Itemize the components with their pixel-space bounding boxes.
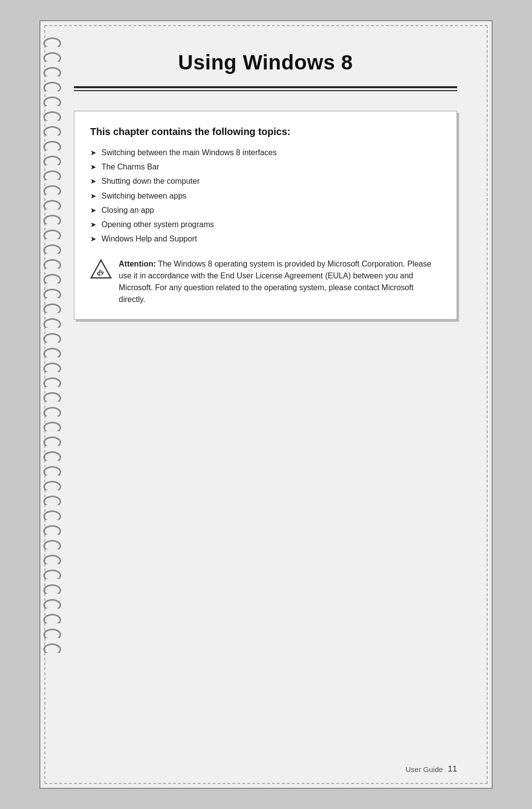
footer-page-number: 11 bbox=[448, 764, 457, 774]
spiral-coil bbox=[43, 97, 61, 108]
spiral-coil bbox=[43, 614, 61, 626]
spiral-coil bbox=[43, 141, 61, 153]
spiral-binding bbox=[40, 21, 64, 788]
attention-text: Attention: The Windows 8 operating syste… bbox=[119, 258, 441, 305]
spiral-coil bbox=[43, 540, 61, 552]
list-arrow-icon: ➤ bbox=[90, 162, 97, 172]
attention-label: Attention: bbox=[119, 260, 156, 268]
spiral-coil bbox=[43, 170, 61, 182]
topics-list-item: ➤Closing an app bbox=[90, 204, 441, 216]
list-arrow-icon: ➤ bbox=[90, 191, 97, 202]
list-arrow-icon: ➤ bbox=[90, 205, 97, 216]
page-outer: Using Windows 8 This chapter contains th… bbox=[39, 20, 493, 789]
topics-list-item-text: The Charms Bar bbox=[101, 161, 159, 172]
topics-list-item-text: Shutting down the computer bbox=[101, 175, 200, 187]
list-arrow-icon: ➤ bbox=[90, 219, 97, 230]
title-rule-bottom bbox=[74, 90, 457, 91]
spiral-coil bbox=[43, 333, 61, 345]
topics-list-item-text: Switching between the main Windows 8 int… bbox=[101, 147, 277, 158]
spiral-coil bbox=[43, 422, 61, 434]
list-arrow-icon: ➤ bbox=[90, 147, 97, 158]
topics-list-item: ➤Switching between apps bbox=[90, 190, 441, 202]
title-rule-top bbox=[74, 86, 457, 88]
topics-list-item: ➤The Charms Bar bbox=[90, 161, 441, 172]
spiral-coil bbox=[43, 348, 61, 360]
topics-list-item: ➤Shutting down the computer bbox=[90, 175, 441, 187]
topics-list-item: ➤Windows Help and Support bbox=[90, 233, 441, 244]
spiral-coil bbox=[43, 274, 61, 286]
spiral-coil bbox=[43, 525, 61, 537]
topics-list-item: ➤Opening other system programs bbox=[90, 219, 441, 230]
attention-block: ☼ ∿ 𝞻 Attention: The Windows 8 operating… bbox=[90, 258, 441, 305]
spiral-coil bbox=[43, 510, 61, 522]
spiral-coil bbox=[43, 318, 61, 330]
attention-icon: ☼ ∿ 𝞻 bbox=[90, 258, 112, 280]
spiral-coil bbox=[43, 377, 61, 389]
spiral-coil bbox=[43, 289, 61, 301]
footer-label: User Guide bbox=[405, 765, 443, 774]
spiral-coil bbox=[43, 437, 61, 448]
spiral-coil bbox=[43, 37, 61, 49]
topics-card: This chapter contains the following topi… bbox=[74, 111, 457, 320]
attention-body-text: The Windows 8 operating system is provid… bbox=[119, 260, 432, 303]
spiral-coil bbox=[43, 392, 61, 404]
page-footer: User Guide 11 bbox=[405, 764, 457, 774]
spiral-coil bbox=[43, 643, 61, 655]
svg-text:𝞻: 𝞻 bbox=[97, 269, 100, 276]
spiral-coil bbox=[43, 126, 61, 138]
spiral-coil bbox=[43, 599, 61, 611]
topics-list-item-text: Switching between apps bbox=[101, 190, 187, 202]
chapter-title: Using Windows 8 bbox=[74, 51, 457, 74]
spiral-coil bbox=[43, 259, 61, 271]
spiral-coil bbox=[43, 82, 61, 94]
spiral-coil bbox=[43, 363, 61, 374]
spiral-coil bbox=[43, 407, 61, 419]
topics-list-item-text: Opening other system programs bbox=[101, 219, 214, 230]
page-content: Using Windows 8 This chapter contains th… bbox=[64, 21, 492, 788]
topics-list-item: ➤Switching between the main Windows 8 in… bbox=[90, 147, 441, 158]
spiral-coil bbox=[43, 244, 61, 256]
spiral-coil bbox=[43, 451, 61, 463]
spiral-coil bbox=[43, 185, 61, 197]
spiral-coil bbox=[43, 67, 61, 79]
spiral-coil bbox=[43, 52, 61, 64]
spiral-coil bbox=[43, 230, 61, 241]
topics-heading: This chapter contains the following topi… bbox=[90, 125, 441, 138]
spiral-coil bbox=[43, 111, 61, 123]
list-arrow-icon: ➤ bbox=[90, 176, 97, 187]
spiral-coil bbox=[43, 555, 61, 567]
list-arrow-icon: ➤ bbox=[90, 234, 97, 244]
spiral-coil bbox=[43, 496, 61, 507]
topics-list-item-text: Closing an app bbox=[101, 204, 154, 216]
spiral-coil bbox=[43, 215, 61, 227]
spiral-coil bbox=[43, 570, 61, 581]
spiral-coil bbox=[43, 584, 61, 596]
spiral-coil bbox=[43, 481, 61, 493]
spiral-coil bbox=[43, 466, 61, 478]
spiral-coil bbox=[43, 303, 61, 315]
topics-list-item-text: Windows Help and Support bbox=[101, 233, 197, 244]
spiral-coil bbox=[43, 629, 61, 640]
spiral-coil bbox=[43, 156, 61, 168]
topics-list: ➤Switching between the main Windows 8 in… bbox=[90, 147, 441, 244]
spiral-coil bbox=[43, 200, 61, 212]
